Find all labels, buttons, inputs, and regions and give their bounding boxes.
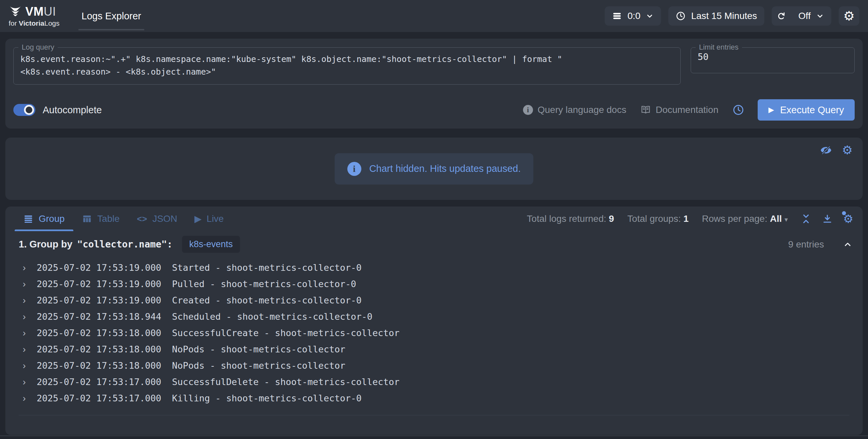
clock-icon [676, 11, 686, 21]
log-message: Created - shoot-metrics-collector-0 [172, 295, 362, 305]
execute-query-button[interactable]: ▶ Execute Query [758, 99, 855, 121]
expand-chevron-icon[interactable]: › [23, 295, 32, 306]
caret-down-icon: ▾ [784, 216, 788, 223]
expand-chevron-icon[interactable]: › [23, 328, 32, 338]
time-range-value: Last 15 Minutes [691, 11, 757, 21]
expand-chevron-icon[interactable]: › [23, 263, 32, 273]
log-timestamp: 2025-07-02 17:53:18.944 [37, 311, 161, 322]
log-query-label: Log query [18, 43, 58, 52]
alert-text: Chart hidden. Hits updates paused. [369, 163, 521, 174]
log-message: SuccessfulDelete - shoot-metrics-collect… [172, 377, 400, 387]
limit-entries-input[interactable] [698, 52, 848, 62]
chevron-down-icon [646, 12, 654, 20]
tab-table[interactable]: Table [73, 206, 128, 231]
notification-dot [842, 211, 846, 215]
play-icon: ▶ [195, 214, 202, 224]
tab-logs-explorer[interactable]: Logs Explorer [78, 0, 145, 32]
entries-count: 9 entries [788, 239, 824, 250]
autorefresh-value: Off [798, 11, 811, 21]
expand-chevron-icon[interactable]: › [23, 311, 32, 322]
chevron-up-icon [843, 239, 852, 249]
tenant-select-button[interactable]: 0:0 [604, 6, 661, 26]
victoriametrics-shield-icon [9, 6, 22, 17]
total-logs-stat: Total logs returned: 9 [527, 213, 614, 224]
log-list: › 2025-07-02 17:53:19.000 Started - shoo… [5, 260, 863, 406]
log-message: Killing - shoot-metrics-collector-0 [172, 393, 362, 403]
log-timestamp: 2025-07-02 17:53:17.000 [37, 393, 161, 403]
log-timestamp: 2025-07-02 17:53:18.000 [37, 361, 161, 371]
app-footer: victoriametrics.com <> LogsQL Documentat… [0, 436, 868, 439]
chevron-down-icon [816, 12, 824, 20]
log-row[interactable]: › 2025-07-02 17:53:17.000 SuccessfulDele… [5, 374, 863, 390]
collapse-icon [801, 213, 811, 224]
refresh-icon [776, 11, 786, 21]
collapse-all-button[interactable] [801, 213, 811, 224]
log-row[interactable]: › 2025-07-02 17:53:18.000 SuccessfulCrea… [5, 325, 863, 341]
group-field: "collector.name": [77, 239, 173, 250]
log-timestamp: 2025-07-02 17:53:17.000 [37, 377, 161, 387]
tenant-list-icon [612, 11, 622, 21]
group-collapse-button[interactable] [843, 239, 852, 249]
download-button[interactable] [822, 213, 833, 224]
download-icon [822, 213, 833, 224]
app-header: VMUI for VictoriaLogs Logs Explorer 0:0 … [0, 0, 868, 32]
log-query-field[interactable]: Log query k8s.event.reason:~".+" k8s.nam… [13, 47, 681, 85]
tab-json[interactable]: <> JSON [128, 206, 186, 231]
query-panel: Log query k8s.event.reason:~".+" k8s.nam… [5, 39, 863, 129]
chart-panel: ⚙ i Chart hidden. Hits updates paused. [5, 138, 863, 200]
book-icon [640, 105, 651, 115]
rows-per-page-select[interactable]: Rows per page: All▾ [702, 213, 788, 224]
log-message: Started - shoot-metrics-collector-0 [172, 263, 362, 273]
chart-settings-button[interactable]: ⚙ [842, 144, 852, 156]
table-icon [82, 214, 92, 224]
list-divider [19, 415, 849, 432]
limit-entries-field: Limit entries [691, 47, 855, 73]
log-message: NoPods - shoot-metrics-collector [172, 361, 345, 371]
log-message: Pulled - shoot-metrics-collector-0 [172, 279, 356, 289]
log-row[interactable]: › 2025-07-02 17:53:19.000 Created - shoo… [5, 292, 863, 308]
log-row[interactable]: › 2025-07-02 17:53:17.000 Killing - shoo… [5, 390, 863, 406]
info-icon: i [523, 105, 533, 115]
tab-live[interactable]: ▶ Live [186, 206, 232, 231]
group-value-badge[interactable]: k8s-events [182, 236, 240, 253]
log-message: Scheduled - shoot-metrics-collector-0 [172, 311, 372, 322]
expand-chevron-icon[interactable]: › [23, 377, 32, 387]
limit-entries-label: Limit entries [696, 43, 742, 52]
results-settings-button[interactable]: ⚙ [843, 213, 853, 225]
query-history-button[interactable] [732, 104, 744, 116]
log-row[interactable]: › 2025-07-02 17:53:18.000 NoPods - shoot… [5, 358, 863, 374]
log-query-input[interactable]: k8s.event.reason:~".+" k8s.namespace.nam… [20, 53, 674, 78]
log-timestamp: 2025-07-02 17:53:18.000 [37, 344, 161, 354]
refresh-button[interactable] [772, 6, 791, 26]
play-icon: ▶ [768, 106, 774, 113]
log-message: SuccessfulCreate - shoot-metrics-collect… [172, 328, 400, 338]
log-row[interactable]: › 2025-07-02 17:53:19.000 Started - shoo… [5, 260, 863, 276]
time-range-button[interactable]: Last 15 Minutes [668, 6, 764, 26]
expand-chevron-icon[interactable]: › [23, 361, 32, 371]
expand-chevron-icon[interactable]: › [23, 279, 32, 290]
query-language-docs-link[interactable]: i Query language docs [523, 105, 626, 115]
log-row[interactable]: › 2025-07-02 17:53:18.000 NoPods - shoot… [5, 341, 863, 358]
results-panel: Group Table <> JSON ▶ Live Total logs re… [5, 206, 863, 435]
expand-chevron-icon[interactable]: › [23, 344, 32, 355]
refresh-control: Off [772, 6, 831, 26]
log-timestamp: 2025-07-02 17:53:18.000 [37, 328, 161, 338]
hide-chart-button[interactable] [820, 144, 832, 156]
autocomplete-label: Autocomplete [43, 105, 102, 115]
log-message: NoPods - shoot-metrics-collector [172, 344, 345, 354]
log-timestamp: 2025-07-02 17:53:19.000 [37, 279, 161, 289]
code-icon: <> [137, 214, 147, 224]
autorefresh-select-button[interactable]: Off [791, 6, 831, 26]
global-settings-button[interactable]: ⚙ [839, 6, 859, 26]
expand-chevron-icon[interactable]: › [23, 393, 32, 404]
tab-group[interactable]: Group [15, 206, 73, 231]
log-row[interactable]: › 2025-07-02 17:53:18.944 Scheduled - sh… [5, 308, 863, 325]
gear-icon: ⚙ [843, 10, 855, 22]
brand-subtitle: for VictoriaLogs [9, 19, 60, 27]
group-list-icon [23, 214, 33, 224]
chart-hidden-alert: i Chart hidden. Hits updates paused. [335, 153, 534, 184]
documentation-link[interactable]: Documentation [640, 105, 718, 115]
log-row[interactable]: › 2025-07-02 17:53:19.000 Pulled - shoot… [5, 276, 863, 292]
autocomplete-toggle[interactable] [13, 104, 35, 116]
log-timestamp: 2025-07-02 17:53:19.000 [37, 295, 161, 305]
